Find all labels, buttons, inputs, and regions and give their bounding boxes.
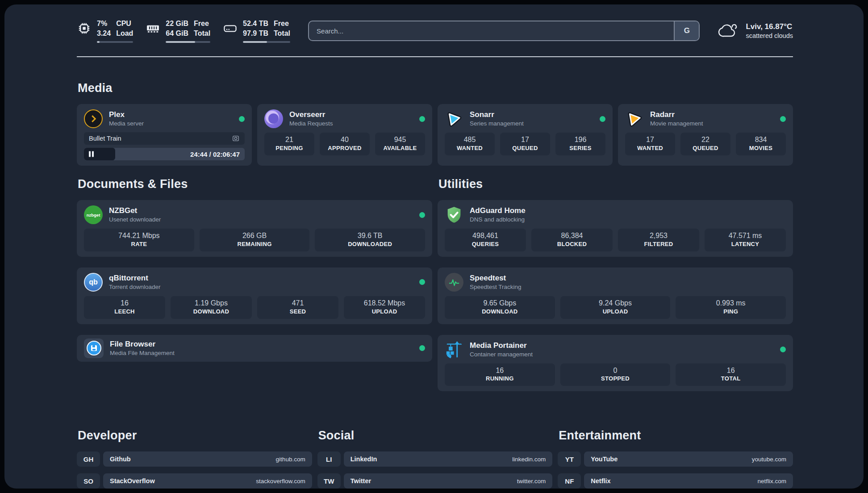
now-playing-title: Bullet Train [89,135,121,142]
cpu-progress-bar [97,41,133,43]
filebrowser-icon [84,338,104,358]
section-title-utilities: Utilities [438,177,793,191]
link-url: github.com [276,456,305,463]
stat-tile: 16 RUNNING [445,363,555,386]
cpu-label-1: CPU [116,19,133,29]
link-netflix[interactable]: NF Netflix netflix.com [558,473,793,489]
plex-icon [84,109,103,128]
link-url: twitter.com [517,478,546,485]
app-name: Overseerr [289,110,333,120]
storage-progress-bar [243,41,290,43]
app-name: Plex [109,110,144,120]
app-description: Usenet downloader [109,216,161,224]
nzbget-icon: nzbget [84,205,103,224]
stat-tile: 9.24 Gbps UPLOAD [560,296,671,319]
media-type-icon [232,134,240,142]
link-stackoverflow[interactable]: SO StackOverflow stackoverflow.com [77,473,312,489]
playback-progress-bar: 24:44 / 02:06:47 [84,148,245,160]
link-abbr[interactable]: TW [317,473,341,489]
portainer-icon [445,340,463,359]
app-card-qbittorrent[interactable]: qb qBittorrent Torrent downloader 16 LEE… [77,267,432,324]
weather-condition: scattered clouds [746,32,793,40]
stat-tile: 744.21 Mbps RATE [84,229,194,251]
link-name: Netflix [591,477,610,485]
link-abbr[interactable]: NF [558,473,581,489]
stat-tile: 618.52 Mbps UPLOAD [344,296,425,319]
status-dot [780,347,786,352]
link-url: linkedin.com [512,456,546,463]
storage-total: 97.9 TB [243,29,268,38]
stat-tile: 40 APPROVED [320,133,370,155]
pause-button[interactable] [89,151,94,157]
app-card-filebrowser[interactable]: File Browser Media File Management [77,335,432,362]
overseerr-icon [264,109,283,128]
app-name: Speedtest [470,273,522,283]
link-abbr[interactable]: YT [558,451,581,467]
app-name: Radarr [650,110,703,120]
section-social: Social LI LinkedIn linkedin.com TW Twitt… [317,429,553,489]
weather-location: Lviv, 16.87°C [746,22,793,32]
section-entertainment: Entertainment YT YouTube youtube.com NF … [558,429,793,489]
system-stats: 7% 3.24 CPU Load [77,19,290,43]
section-utilities: Utilities AdGuard Home DNS and adblockin… [438,177,793,402]
app-name: Sonarr [470,110,524,120]
link-name: Twitter [351,477,371,485]
stat-tile: 16 TOTAL [676,363,786,386]
storage-label-1: Free [274,19,290,29]
section-title-developer: Developer [78,429,312,443]
app-card-plex[interactable]: Plex Media server Bullet Train 24:44 / 0… [77,104,252,166]
storage-free: 52.4 TB [243,19,268,29]
link-name: LinkedIn [351,455,377,463]
stat-tile: 17 QUEUED [500,133,550,155]
app-card-nzbget[interactable]: nzbget NZBGet Usenet downloader 744.21 M… [77,200,432,257]
search-engine-button[interactable]: G [674,21,699,40]
link-abbr[interactable]: GH [77,451,100,467]
stat-tile: 9.65 Gbps DOWNLOAD [445,296,555,319]
app-card-adguard[interactable]: AdGuard Home DNS and adblocking 498,461 … [438,200,793,257]
app-card-sonarr[interactable]: Sonarr Series management 485 WANTED 17 Q… [438,104,613,166]
stat-tile: 945 AVAILABLE [375,133,425,155]
status-dot [419,116,425,122]
memory-total: 64 GiB [166,29,188,38]
stat-tile: 0 STOPPED [560,363,671,386]
cpu-stat: 7% 3.24 CPU Load [77,19,133,43]
stat-tile: 1.19 Gbps DOWNLOAD [171,296,252,319]
app-description: Speedtest Tracking [470,283,522,291]
app-description: Container management [470,351,533,359]
link-linkedin[interactable]: LI LinkedIn linkedin.com [317,451,553,467]
app-name: qBittorrent [109,273,161,283]
link-name: YouTube [591,455,618,463]
link-url: stackoverflow.com [256,478,305,485]
memory-label-1: Free [194,19,210,29]
search-input[interactable] [309,21,674,40]
app-description: DNS and adblocking [470,216,526,224]
app-card-radarr[interactable]: Radarr Movie management 17 WANTED 22 QUE… [618,104,793,166]
memory-progress-bar [166,41,210,43]
app-card-speedtest[interactable]: Speedtest Speedtest Tracking 9.65 Gbps D… [438,267,793,324]
storage-stat: 52.4 TB 97.9 TB Free Total [223,19,290,43]
speedtest-icon [445,273,463,292]
link-twitter[interactable]: TW Twitter twitter.com [317,473,553,489]
link-github[interactable]: GH Github github.com [77,451,312,467]
stat-tile: 16 LEECH [84,296,165,319]
app-name: File Browser [110,339,175,349]
memory-free: 22 GiB [166,19,188,29]
memory-label-2: Total [194,29,210,38]
memory-icon [146,21,160,36]
app-card-overseerr[interactable]: Overseerr Media Requests 21 PENDING 40 A… [257,104,432,166]
now-playing-strip: Bullet Train [84,132,245,145]
stat-tile: 498,461 QUERIES [445,229,526,251]
section-developer: Developer GH Github github.com SO StackO… [77,429,312,489]
qbittorrent-icon: qb [84,273,103,292]
link-abbr[interactable]: SO [77,473,100,489]
app-card-portainer[interactable]: Media Portainer Container management 16 … [438,335,793,392]
link-abbr[interactable]: LI [317,451,341,467]
cpu-load: 3.24 [97,29,111,38]
link-youtube[interactable]: YT YouTube youtube.com [558,451,793,467]
top-bar: 7% 3.24 CPU Load [77,19,793,43]
link-name: StackOverflow [110,477,155,485]
app-description: Media File Management [110,349,175,357]
stat-tile: 22 QUEUED [680,133,730,155]
storage-icon [223,21,238,36]
header-divider [77,56,793,57]
